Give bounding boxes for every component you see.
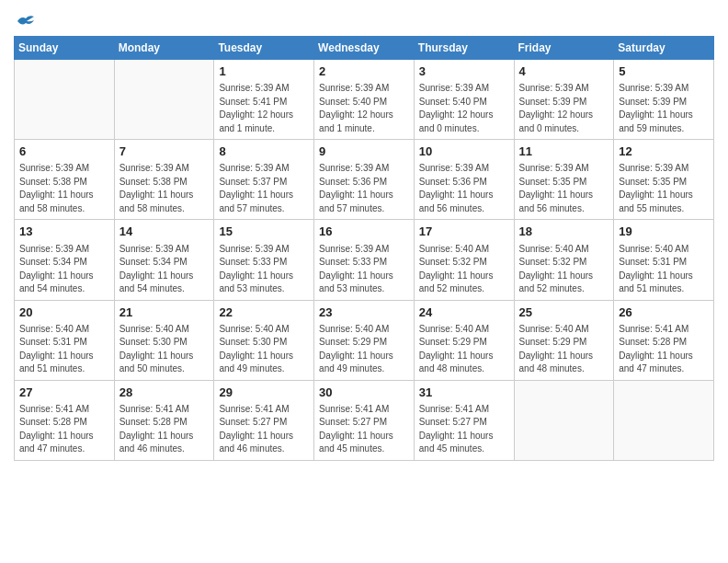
logo: [14, 14, 36, 29]
column-header-sunday: Sunday: [15, 37, 115, 60]
day-number: 3: [419, 63, 509, 80]
day-info: Sunrise: 5:40 AM Sunset: 5:30 PM Dayligh…: [219, 323, 309, 376]
day-number: 7: [119, 144, 210, 160]
day-number: 13: [19, 224, 109, 240]
column-header-saturday: Saturday: [614, 37, 714, 60]
title-section: [36, 14, 714, 16]
day-number: 8: [219, 144, 309, 160]
calendar-cell: 18Sunrise: 5:40 AM Sunset: 5:32 PM Dayli…: [514, 220, 614, 300]
calendar-header-row: SundayMondayTuesdayWednesdayThursdayFrid…: [15, 37, 714, 60]
day-info: Sunrise: 5:40 AM Sunset: 5:32 PM Dayligh…: [519, 243, 609, 296]
day-info: Sunrise: 5:39 AM Sunset: 5:36 PM Dayligh…: [319, 162, 409, 215]
day-info: Sunrise: 5:40 AM Sunset: 5:32 PM Dayligh…: [419, 243, 509, 296]
day-number: 9: [319, 144, 409, 160]
day-number: 16: [319, 224, 409, 240]
day-number: 27: [19, 385, 109, 401]
day-info: Sunrise: 5:39 AM Sunset: 5:33 PM Dayligh…: [219, 243, 309, 296]
calendar-cell: 22Sunrise: 5:40 AM Sunset: 5:30 PM Dayli…: [214, 300, 314, 380]
day-info: Sunrise: 5:40 AM Sunset: 5:31 PM Dayligh…: [619, 243, 709, 296]
day-info: Sunrise: 5:41 AM Sunset: 5:28 PM Dayligh…: [119, 403, 210, 456]
day-number: 15: [219, 224, 309, 240]
calendar-cell: 5Sunrise: 5:39 AM Sunset: 5:39 PM Daylig…: [614, 60, 714, 140]
day-number: 20: [19, 304, 109, 321]
calendar-week-row: 27Sunrise: 5:41 AM Sunset: 5:28 PM Dayli…: [15, 380, 714, 460]
day-number: 21: [119, 304, 210, 321]
day-info: Sunrise: 5:41 AM Sunset: 5:27 PM Dayligh…: [419, 403, 509, 456]
calendar-table: SundayMondayTuesdayWednesdayThursdayFrid…: [14, 36, 714, 461]
calendar-cell: 31Sunrise: 5:41 AM Sunset: 5:27 PM Dayli…: [414, 380, 514, 460]
calendar-cell: 11Sunrise: 5:39 AM Sunset: 5:35 PM Dayli…: [514, 140, 614, 220]
day-info: Sunrise: 5:39 AM Sunset: 5:33 PM Dayligh…: [319, 243, 409, 296]
day-number: 22: [219, 304, 309, 321]
calendar-cell: [15, 60, 115, 140]
day-number: 11: [519, 144, 609, 160]
day-info: Sunrise: 5:39 AM Sunset: 5:34 PM Dayligh…: [19, 243, 109, 296]
calendar-cell: [114, 60, 214, 140]
calendar-cell: 30Sunrise: 5:41 AM Sunset: 5:27 PM Dayli…: [314, 380, 415, 460]
day-info: Sunrise: 5:41 AM Sunset: 5:28 PM Dayligh…: [619, 323, 709, 376]
day-number: 28: [119, 385, 210, 401]
calendar-cell: 12Sunrise: 5:39 AM Sunset: 5:35 PM Dayli…: [614, 140, 714, 220]
column-header-thursday: Thursday: [414, 37, 514, 60]
calendar-week-row: 6Sunrise: 5:39 AM Sunset: 5:38 PM Daylig…: [15, 140, 714, 220]
calendar-cell: 9Sunrise: 5:39 AM Sunset: 5:36 PM Daylig…: [314, 140, 415, 220]
calendar-cell: 1Sunrise: 5:39 AM Sunset: 5:41 PM Daylig…: [214, 60, 314, 140]
calendar-cell: 26Sunrise: 5:41 AM Sunset: 5:28 PM Dayli…: [614, 300, 714, 380]
calendar-cell: 2Sunrise: 5:39 AM Sunset: 5:40 PM Daylig…: [314, 60, 415, 140]
day-info: Sunrise: 5:39 AM Sunset: 5:41 PM Dayligh…: [219, 82, 309, 135]
day-number: 5: [619, 63, 709, 80]
calendar-cell: [514, 380, 614, 460]
calendar-cell: 19Sunrise: 5:40 AM Sunset: 5:31 PM Dayli…: [614, 220, 714, 300]
day-info: Sunrise: 5:40 AM Sunset: 5:29 PM Dayligh…: [519, 323, 609, 376]
calendar-week-row: 20Sunrise: 5:40 AM Sunset: 5:31 PM Dayli…: [15, 300, 714, 380]
day-info: Sunrise: 5:40 AM Sunset: 5:31 PM Dayligh…: [19, 323, 109, 376]
calendar-cell: 16Sunrise: 5:39 AM Sunset: 5:33 PM Dayli…: [314, 220, 415, 300]
calendar-cell: 28Sunrise: 5:41 AM Sunset: 5:28 PM Dayli…: [114, 380, 214, 460]
day-number: 1: [219, 63, 309, 80]
day-number: 26: [619, 304, 709, 321]
calendar-cell: 23Sunrise: 5:40 AM Sunset: 5:29 PM Dayli…: [314, 300, 415, 380]
page-header: [14, 14, 714, 29]
calendar-cell: [614, 380, 714, 460]
column-header-tuesday: Tuesday: [214, 37, 314, 60]
day-info: Sunrise: 5:39 AM Sunset: 5:38 PM Dayligh…: [19, 162, 109, 215]
calendar-cell: 6Sunrise: 5:39 AM Sunset: 5:38 PM Daylig…: [15, 140, 115, 220]
day-info: Sunrise: 5:39 AM Sunset: 5:40 PM Dayligh…: [319, 82, 409, 135]
day-info: Sunrise: 5:40 AM Sunset: 5:30 PM Dayligh…: [119, 323, 210, 376]
day-info: Sunrise: 5:39 AM Sunset: 5:38 PM Dayligh…: [119, 162, 210, 215]
column-header-friday: Friday: [514, 37, 614, 60]
day-info: Sunrise: 5:39 AM Sunset: 5:34 PM Dayligh…: [119, 243, 210, 296]
day-number: 6: [19, 144, 109, 160]
column-header-monday: Monday: [114, 37, 214, 60]
calendar-week-row: 13Sunrise: 5:39 AM Sunset: 5:34 PM Dayli…: [15, 220, 714, 300]
day-info: Sunrise: 5:39 AM Sunset: 5:40 PM Dayligh…: [419, 82, 509, 135]
day-number: 17: [419, 224, 509, 240]
calendar-cell: 13Sunrise: 5:39 AM Sunset: 5:34 PM Dayli…: [15, 220, 115, 300]
calendar-cell: 25Sunrise: 5:40 AM Sunset: 5:29 PM Dayli…: [514, 300, 614, 380]
logo-bird-icon: [16, 14, 36, 29]
day-info: Sunrise: 5:39 AM Sunset: 5:35 PM Dayligh…: [519, 162, 609, 215]
day-number: 18: [519, 224, 609, 240]
calendar-cell: 3Sunrise: 5:39 AM Sunset: 5:40 PM Daylig…: [414, 60, 514, 140]
calendar-cell: 17Sunrise: 5:40 AM Sunset: 5:32 PM Dayli…: [414, 220, 514, 300]
day-info: Sunrise: 5:39 AM Sunset: 5:39 PM Dayligh…: [619, 82, 709, 135]
calendar-week-row: 1Sunrise: 5:39 AM Sunset: 5:41 PM Daylig…: [15, 60, 714, 140]
calendar-cell: 4Sunrise: 5:39 AM Sunset: 5:39 PM Daylig…: [514, 60, 614, 140]
day-number: 2: [319, 63, 409, 80]
day-number: 31: [419, 385, 509, 401]
calendar-cell: 29Sunrise: 5:41 AM Sunset: 5:27 PM Dayli…: [214, 380, 314, 460]
day-number: 25: [519, 304, 609, 321]
calendar-cell: 24Sunrise: 5:40 AM Sunset: 5:29 PM Dayli…: [414, 300, 514, 380]
day-number: 23: [319, 304, 409, 321]
calendar-cell: 8Sunrise: 5:39 AM Sunset: 5:37 PM Daylig…: [214, 140, 314, 220]
day-number: 19: [619, 224, 709, 240]
calendar-cell: 27Sunrise: 5:41 AM Sunset: 5:28 PM Dayli…: [15, 380, 115, 460]
day-number: 24: [419, 304, 509, 321]
day-number: 30: [319, 385, 409, 401]
calendar-cell: 7Sunrise: 5:39 AM Sunset: 5:38 PM Daylig…: [114, 140, 214, 220]
day-info: Sunrise: 5:39 AM Sunset: 5:36 PM Dayligh…: [419, 162, 509, 215]
day-number: 14: [119, 224, 210, 240]
day-info: Sunrise: 5:40 AM Sunset: 5:29 PM Dayligh…: [319, 323, 409, 376]
day-info: Sunrise: 5:39 AM Sunset: 5:39 PM Dayligh…: [519, 82, 609, 135]
day-number: 10: [419, 144, 509, 160]
